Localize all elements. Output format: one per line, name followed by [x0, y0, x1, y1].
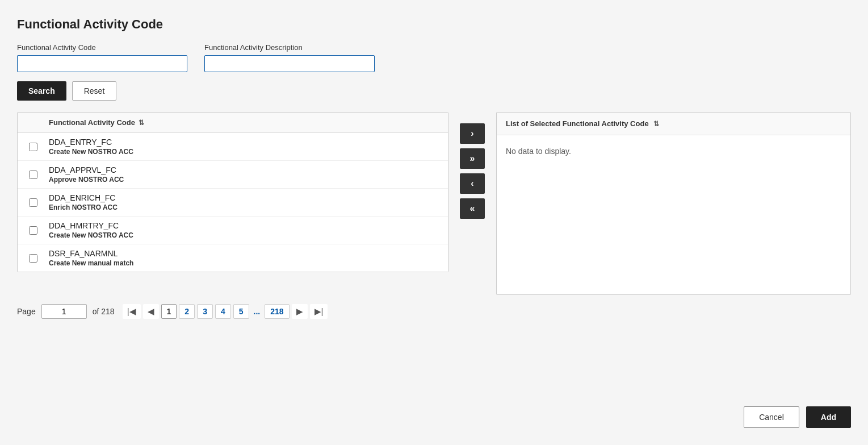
add-button[interactable]: Add — [806, 406, 851, 428]
page-num-3[interactable]: 3 — [197, 304, 213, 319]
description-label: Functional Activity Description — [204, 43, 375, 52]
row-checkbox-4[interactable] — [18, 226, 49, 235]
description-input[interactable] — [204, 55, 375, 72]
right-panel-header: List of Selected Functional Activity Cod… — [497, 113, 850, 135]
prev-page-button[interactable]: ◀ — [143, 304, 159, 319]
cancel-button[interactable]: Cancel — [744, 406, 799, 428]
checkbox-1[interactable] — [29, 143, 37, 151]
last-page-button[interactable]: ▶| — [310, 304, 328, 319]
search-button[interactable]: Search — [17, 81, 66, 101]
checkbox-3[interactable] — [29, 198, 37, 207]
row-desc-3: Enrich NOSTRO ACC — [49, 203, 448, 211]
page-num-4[interactable]: 4 — [215, 304, 231, 319]
functional-code-table: Functional Activity Code ⇅ DDA_ENTRY_FC … — [17, 112, 448, 272]
reset-button[interactable]: Reset — [72, 81, 117, 101]
code-label: Functional Activity Code — [17, 43, 187, 52]
footer-buttons: Cancel Add — [744, 406, 851, 428]
row-desc-2: Approve NOSTRO ACC — [49, 176, 448, 184]
checkbox-4[interactable] — [29, 226, 37, 235]
sort-icon: ⇅ — [139, 119, 144, 127]
page-title: Functional Activity Code — [17, 17, 851, 32]
left-table-wrapper: Functional Activity Code ⇅ DDA_ENTRY_FC … — [17, 112, 448, 272]
table-row: DSR_FA_NARMNL Create New manual match — [18, 244, 448, 272]
row-cell-1: DDA_ENTRY_FC Create New NOSTRO ACC — [49, 138, 448, 156]
table-row: DDA_HMRTRY_FC Create New NOSTRO ACC — [18, 217, 448, 244]
row-cell-4: DDA_HMRTRY_FC Create New NOSTRO ACC — [49, 221, 448, 239]
row-checkbox-5[interactable] — [18, 254, 49, 263]
page-total: of 218 — [93, 307, 115, 316]
right-panel-body: No data to display. — [497, 135, 850, 294]
row-code-4: DDA_HMRTRY_FC — [49, 221, 448, 230]
page-num-5[interactable]: 5 — [233, 304, 249, 319]
row-cell-3: DDA_ENRICH_FC Enrich NOSTRO ACC — [49, 193, 448, 211]
row-checkbox-2[interactable] — [18, 170, 49, 179]
pagination: Page of 218 |◀ ◀ 1 2 3 4 5 ... 218 ▶ ▶| — [17, 304, 851, 319]
row-cell-2: DDA_APPRVL_FC Approve NOSTRO ACC — [49, 165, 448, 184]
page-input[interactable] — [41, 304, 87, 319]
next-page-button[interactable]: ▶ — [292, 304, 308, 319]
row-code-5: DSR_FA_NARMNL — [49, 249, 448, 258]
row-code-1: DDA_ENTRY_FC — [49, 138, 448, 147]
table-row: DDA_ENTRY_FC Create New NOSTRO ACC — [18, 133, 448, 161]
row-desc-1: Create New NOSTRO ACC — [49, 148, 448, 156]
row-code-2: DDA_APPRVL_FC — [49, 165, 448, 174]
move-left-all-button[interactable]: « — [460, 198, 485, 219]
row-cell-5: DSR_FA_NARMNL Create New manual match — [49, 249, 448, 267]
checkbox-2[interactable] — [29, 170, 37, 179]
page-ellipsis: ... — [251, 307, 263, 316]
row-desc-4: Create New NOSTRO ACC — [49, 231, 448, 239]
code-input[interactable] — [17, 55, 187, 72]
right-sort-icon: ⇅ — [653, 120, 659, 128]
page-num-last[interactable]: 218 — [265, 304, 289, 319]
first-page-button[interactable]: |◀ — [123, 304, 141, 319]
move-right-one-button[interactable]: › — [460, 123, 485, 144]
move-right-all-button[interactable]: » — [460, 148, 485, 169]
page-num-2[interactable]: 2 — [179, 304, 195, 319]
page-label: Page — [17, 307, 36, 316]
table-header-code: Functional Activity Code ⇅ — [49, 118, 448, 127]
row-checkbox-3[interactable] — [18, 198, 49, 207]
row-checkbox-1[interactable] — [18, 143, 49, 151]
table-header: Functional Activity Code ⇅ — [18, 113, 448, 133]
move-left-one-button[interactable]: ‹ — [460, 173, 485, 194]
row-code-3: DDA_ENRICH_FC — [49, 193, 448, 202]
table-row: DDA_ENRICH_FC Enrich NOSTRO ACC — [18, 189, 448, 217]
page-num-1[interactable]: 1 — [161, 304, 177, 319]
right-panel: List of Selected Functional Activity Cod… — [496, 112, 851, 295]
transfer-buttons: › » ‹ « — [448, 123, 496, 219]
pagination-controls: |◀ ◀ 1 2 3 4 5 ... 218 ▶ ▶| — [123, 304, 328, 319]
row-desc-5: Create New manual match — [49, 259, 448, 267]
checkbox-5[interactable] — [29, 254, 37, 263]
table-row: DDA_APPRVL_FC Approve NOSTRO ACC — [18, 161, 448, 189]
